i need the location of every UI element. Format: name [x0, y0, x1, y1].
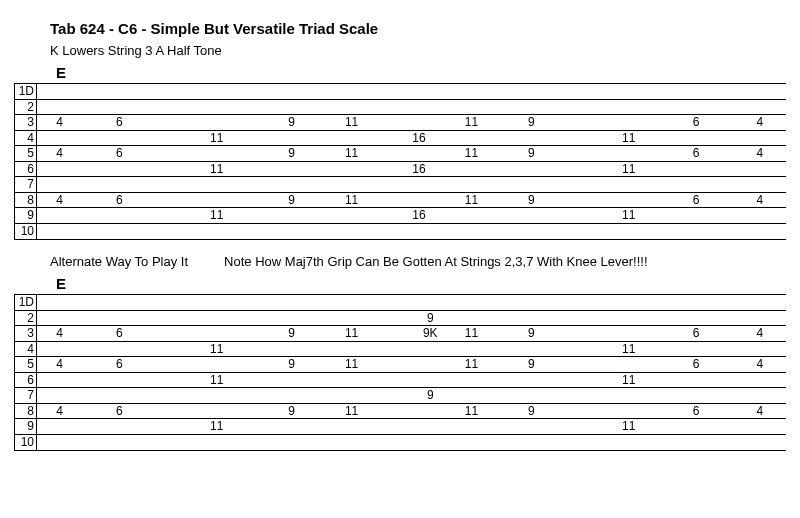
tab-cells: 1111 [37, 342, 786, 357]
fret-value: 6 [693, 193, 700, 208]
chord-label-2: E [56, 275, 780, 292]
tab-row: 1D [15, 295, 786, 311]
fret-value: 9 [528, 193, 535, 208]
fret-value: 6 [116, 193, 123, 208]
string-num: 2 [15, 100, 37, 115]
fret-value: 4 [756, 326, 763, 341]
fret-value: 11 [210, 162, 223, 177]
fret-value: 4 [756, 115, 763, 130]
fret-value: 6 [693, 357, 700, 372]
tab-row: 29 [15, 311, 786, 327]
fret-value: 9 [288, 193, 295, 208]
tab-row: 10 [15, 435, 786, 451]
fret-value: 4 [56, 115, 63, 130]
fret-value: 9 [528, 146, 535, 161]
string-num: 2 [15, 311, 37, 326]
fret-value: 9 [427, 311, 434, 326]
string-num: 10 [15, 435, 37, 451]
fret-value: 9 [427, 388, 434, 403]
tab-cells: 4691111964 [37, 404, 786, 419]
fret-value: 11 [465, 146, 478, 161]
fret-value: 11 [345, 193, 358, 208]
fret-value: 9 [528, 357, 535, 372]
fret-value: 11 [345, 404, 358, 419]
tab-cells: 9 [37, 388, 786, 403]
tab-row: 34691111964 [15, 115, 786, 131]
fret-value: 11 [210, 419, 223, 434]
tab-cells: 111611 [37, 162, 786, 177]
tab-cells: 4691111964 [37, 146, 786, 161]
tab-cells: 111611 [37, 208, 786, 223]
fret-value: 11 [465, 404, 478, 419]
fret-value: 9K [423, 326, 438, 341]
fret-value: 4 [56, 404, 63, 419]
tab-row: 10 [15, 224, 786, 240]
string-num: 5 [15, 357, 37, 372]
fret-value: 6 [116, 146, 123, 161]
tab-cells [37, 177, 786, 192]
fret-value: 9 [288, 357, 295, 372]
string-num: 7 [15, 388, 37, 403]
fret-value: 11 [622, 419, 635, 434]
string-num: 1D [15, 295, 37, 310]
fret-value: 11 [210, 342, 223, 357]
fret-value: 6 [116, 404, 123, 419]
fret-value: 9 [528, 404, 535, 419]
tab-row: 54691111964 [15, 146, 786, 162]
fret-value: 11 [345, 326, 358, 341]
fret-value: 9 [528, 115, 535, 130]
fret-value: 6 [693, 146, 700, 161]
tab-row: 84691111964 [15, 404, 786, 420]
string-num: 8 [15, 193, 37, 208]
tab-row: 3469119K11964 [15, 326, 786, 342]
fret-value: 9 [288, 404, 295, 419]
fret-value: 11 [622, 162, 635, 177]
tab-block-1: 1D 2 34691111964 4111611 54691111964 611… [14, 83, 786, 240]
string-num: 3 [15, 115, 37, 130]
fret-value: 9 [528, 326, 535, 341]
fret-value: 11 [465, 115, 478, 130]
string-num: 5 [15, 146, 37, 161]
tab-row: 9111611 [15, 208, 786, 224]
string-num: 10 [15, 224, 37, 240]
tab-row: 1D [15, 84, 786, 100]
tab-cells: 1111 [37, 419, 786, 434]
alternate-note: Alternate Way To Play It Note How Maj7th… [50, 254, 780, 269]
tab-block-2: 1D 29 3469119K11964 41111 54691111964 61… [14, 294, 786, 451]
tab-cells [37, 100, 786, 115]
fret-value: 9 [288, 115, 295, 130]
tab-cells [37, 295, 786, 310]
tab-row: 4111611 [15, 131, 786, 147]
tab-row: 6111611 [15, 162, 786, 178]
fret-value: 11 [622, 342, 635, 357]
fret-value: 11 [345, 146, 358, 161]
tab-cells: 111611 [37, 131, 786, 146]
fret-value: 4 [756, 404, 763, 419]
tab-cells: 1111 [37, 373, 786, 388]
tab-row: 54691111964 [15, 357, 786, 373]
string-num: 9 [15, 419, 37, 434]
subtitle: K Lowers String 3 A Half Tone [50, 43, 780, 58]
fret-value: 4 [756, 357, 763, 372]
tab-cells: 4691111964 [37, 357, 786, 372]
fret-value: 6 [693, 115, 700, 130]
tab-cells [37, 224, 786, 240]
string-num: 1D [15, 84, 37, 99]
fret-value: 4 [56, 357, 63, 372]
fret-value: 11 [465, 326, 478, 341]
tab-cells: 9 [37, 311, 786, 326]
page-title: Tab 624 - C6 - Simple But Versatile Tria… [50, 20, 780, 37]
string-num: 6 [15, 373, 37, 388]
fret-value: 6 [116, 357, 123, 372]
fret-value: 11 [210, 373, 223, 388]
fret-value: 6 [693, 326, 700, 341]
fret-value: 11 [465, 193, 478, 208]
fret-value: 11 [465, 357, 478, 372]
tab-row: 2 [15, 100, 786, 116]
tab-cells [37, 435, 786, 451]
fret-value: 11 [622, 373, 635, 388]
fret-value: 4 [756, 146, 763, 161]
string-num: 6 [15, 162, 37, 177]
fret-value: 11 [345, 115, 358, 130]
string-num: 4 [15, 131, 37, 146]
